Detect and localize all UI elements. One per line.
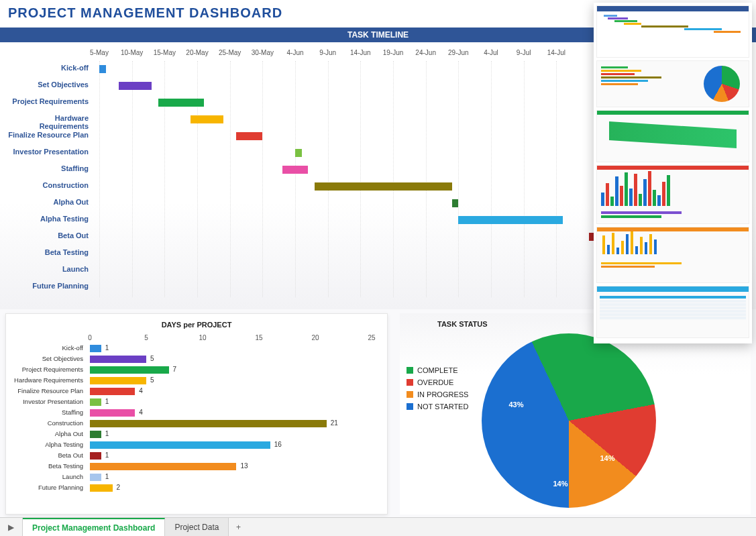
- timeline-tick: 20-May: [186, 49, 208, 56]
- tab-nav-button[interactable]: ▶: [0, 518, 23, 536]
- timeline-tick: 24-Jun: [415, 49, 436, 56]
- bar-axis-tick: 0: [88, 334, 92, 341]
- legend-swatch: [407, 379, 413, 386]
- bar: [90, 356, 146, 363]
- bar-row: Hardware Requirements5: [13, 376, 380, 386]
- legend-item: IN PROGRESS: [407, 388, 468, 400]
- thumbnail[interactable]: [596, 286, 749, 338]
- pie-slice-label: 14%: [600, 454, 614, 462]
- bar-label: Investor Presentation: [13, 398, 87, 405]
- bar-value: 16: [274, 441, 282, 448]
- timeline-tick: 25-May: [219, 49, 241, 56]
- thumbnail-sidebar[interactable]: [594, 3, 752, 343]
- bar-label: Staffing: [13, 409, 87, 416]
- gantt-bar: [99, 65, 106, 73]
- timeline-tick: 4-Jul: [484, 49, 498, 56]
- timeline-tick: 14-Jul: [547, 49, 565, 56]
- bar-value: 2: [117, 484, 121, 491]
- bar-axis-tick: 25: [368, 334, 375, 341]
- gantt-bar: [295, 149, 302, 157]
- bar-label: Beta Out: [13, 451, 87, 459]
- bar-row: Set Objectives5: [13, 354, 380, 365]
- legend-label: OVERDUE: [417, 378, 453, 386]
- bar: [90, 398, 101, 406]
- bar-label: Set Objectives: [13, 355, 87, 362]
- sheet-tab-active[interactable]: Project Management Dashboard: [23, 518, 165, 536]
- bar: [90, 431, 101, 438]
- add-sheet-button[interactable]: +: [229, 518, 248, 536]
- timeline-tick: 19-Jun: [383, 49, 404, 56]
- bar: [90, 420, 327, 427]
- thumbnail[interactable]: [596, 165, 749, 224]
- timeline-tick: 10-May: [121, 49, 143, 56]
- bar-value: 1: [105, 451, 109, 459]
- bar-row: Beta Testing13: [13, 462, 380, 472]
- gantt-bar: [236, 132, 262, 140]
- bar-row: Construction21: [13, 419, 380, 429]
- thumbnail[interactable]: [596, 227, 749, 283]
- bar: [90, 377, 146, 384]
- legend-item: OVERDUE: [407, 376, 468, 388]
- gantt-bar: [119, 82, 152, 90]
- pie-legend: COMPLETEOVERDUEIN PROGRESSNOT STARTED: [407, 364, 468, 413]
- gantt-task-label: Beta Testing: [5, 248, 93, 256]
- timeline-tick: 4-Jun: [286, 49, 303, 56]
- bar-label: Future Planning: [13, 484, 87, 491]
- bar-value: 4: [139, 409, 143, 416]
- bar-row: Future Planning2: [13, 483, 380, 494]
- gantt-task-label: Project Requirements: [5, 97, 93, 105]
- bar-row: Alpha Out1: [13, 429, 380, 440]
- bar-value: 21: [331, 419, 338, 427]
- gantt-task-label: Launch: [5, 265, 93, 273]
- gantt-bar: [191, 115, 223, 123]
- gantt-bar: [315, 182, 451, 191]
- bar-value: 7: [173, 366, 177, 373]
- bar-value: 1: [105, 398, 109, 405]
- timeline-tick: 9-Jun: [319, 49, 336, 56]
- gantt-task-label: Staffing: [5, 164, 93, 172]
- bar-label: Alpha Testing: [13, 441, 87, 448]
- bar-label: Hardware Requirements: [13, 376, 87, 384]
- bar-value: 5: [150, 355, 154, 362]
- legend-label: NOT STARTED: [417, 403, 468, 411]
- bar-row: Staffing4: [13, 408, 380, 419]
- gantt-bar: [282, 166, 309, 174]
- bar-label: Kick-off: [13, 344, 87, 352]
- bar-row: Investor Presentation1: [13, 397, 380, 408]
- bar: [90, 409, 135, 417]
- days-panel-title: DAYS per PROJECT: [13, 318, 380, 334]
- bar-label: Alpha Out: [13, 430, 87, 437]
- legend-swatch: [407, 391, 413, 398]
- bar-axis-tick: 20: [311, 334, 319, 341]
- bar-label: Launch: [13, 473, 87, 480]
- bar-value: 4: [139, 387, 143, 394]
- bar: [90, 452, 101, 460]
- legend-label: IN PROGRESS: [417, 390, 468, 398]
- bar: [90, 484, 113, 492]
- bar: [90, 463, 236, 470]
- bar-row: Beta Out1: [13, 451, 380, 462]
- gantt-task-label: Alpha Testing: [5, 215, 93, 223]
- timeline-tick: 30-May: [252, 49, 274, 56]
- legend-label: COMPLETE: [417, 366, 458, 374]
- timeline-tick: 5-May: [90, 49, 109, 56]
- thumbnail[interactable]: [596, 110, 749, 162]
- bar-row: Project Requirements7: [13, 365, 380, 376]
- gantt-task-label: Beta Out: [5, 231, 93, 239]
- bar-axis-tick: 15: [255, 334, 262, 341]
- bar-value: 1: [105, 473, 109, 480]
- bar-axis-tick: 10: [199, 334, 206, 341]
- sheet-tab[interactable]: Project Data: [165, 518, 229, 536]
- thumbnail[interactable]: [596, 60, 749, 107]
- bar-row: Alpha Testing16: [13, 440, 380, 451]
- gantt-task-label: Set Objectives: [5, 81, 93, 89]
- bar-label: Construction: [13, 419, 87, 427]
- gantt-task-label: Future Planning: [5, 282, 93, 290]
- gantt-bar: [452, 199, 459, 207]
- gantt-bar: [458, 216, 563, 224]
- bar: [90, 474, 101, 481]
- legend-item: COMPLETE: [407, 364, 468, 376]
- timeline-tick: 15-May: [154, 49, 176, 56]
- thumbnail[interactable]: [596, 5, 749, 58]
- legend-item: NOT STARTED: [407, 400, 468, 413]
